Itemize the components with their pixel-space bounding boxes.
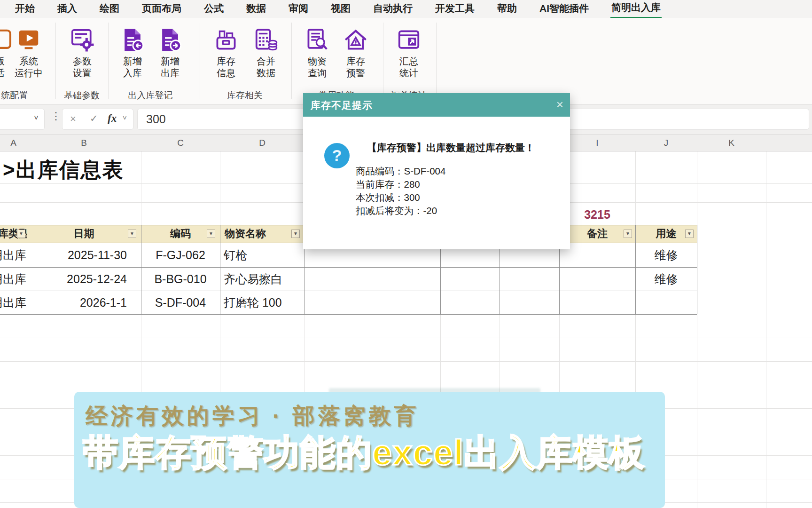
monitor-play-icon [16,27,41,53]
cell-name[interactable]: 齐心易擦白 [220,267,304,291]
cell-date[interactable]: 2025-11-30 [27,243,141,267]
filter-dropdown-icon[interactable]: ▼ [128,230,136,238]
ribbon-divider [200,23,200,99]
banner-subtitle: 经济有效的学习 · 部落窝教育 [86,401,420,431]
ribbon-group-label: 出入库登记 [125,89,176,102]
ribbon-button-label: 参数 [62,56,102,67]
ribbon-button-label: 库存 [336,56,375,67]
gridline [0,338,812,338]
tab-draw[interactable]: 绘图 [99,0,120,18]
tab-help[interactable]: 帮助 [496,0,518,18]
cell-type[interactable]: 领用出库 [0,267,27,291]
cancel-icon[interactable]: × [70,113,76,125]
table-border [0,314,697,315]
ribbon-button-label: 运行中 [9,67,48,79]
formula-controls: × ✓ fx ˅ [62,109,133,130]
cell-date[interactable]: 2025-12-24 [27,267,141,291]
dialog-line-code: 商品编码：S-DF-004 [356,165,445,178]
ribbon-button-label: 查询 [297,67,337,79]
doc-arrow-in-icon [120,27,145,53]
cell-usage[interactable]: 维修 [635,267,697,291]
ribbon-button-label: 新增 [113,56,152,67]
tab-review[interactable]: 审阅 [288,0,309,18]
table-border [697,225,697,314]
column-header-j[interactable]: J [635,135,697,151]
column-header-k[interactable]: K [697,135,766,151]
ribbon: 版 活 系统 运行中 统配置 [0,18,812,104]
total-outbound-value: 3215 [559,205,635,224]
ribbon-button-label: 信息 [206,67,246,79]
close-icon[interactable]: × [556,97,563,112]
column-header-a[interactable]: A [0,135,27,151]
tab-insert[interactable]: 插入 [56,0,78,18]
cell-date[interactable]: 2026-1-1 [27,291,141,314]
ribbon-button-label: 入库 [113,67,152,79]
banner-headline: 带库存预警功能的excel出入库模板 [83,429,645,477]
cell-text: 领用出库 [0,291,26,314]
cell-code[interactable]: S-DF-004 [141,291,220,314]
ribbon-divider [436,23,437,99]
ribbon-button-label: 设置 [62,67,102,79]
formula-value: 300 [146,112,166,126]
stock-warning-dialog: 库存不足提示 × ? 【库存预警】出库数量超过库存数量！ 商品编码：S-DF-0… [303,93,570,249]
chevron-down-icon[interactable]: ˅ [34,113,39,123]
dialog-heading: 【库存预警】出库数量超过库存数量！ [367,141,535,154]
kebab-menu-icon[interactable]: ⋮ [51,110,61,122]
ribbon-button-label: 数据 [246,67,286,79]
cell-code[interactable]: B-BG-010 [141,267,220,291]
window-stats-icon [396,27,422,53]
column-header-i[interactable]: I [559,135,635,151]
filter-dropdown-icon[interactable]: ▼ [207,230,215,238]
cell-type[interactable]: 领用出库 [0,291,27,314]
ribbon-divider [383,23,383,99]
tab-home[interactable]: 开始 [14,0,36,18]
ribbon-button-label: 合并 [246,56,286,67]
gridline [0,361,812,362]
dialog-title-bar[interactable]: 库存不足提示 × [303,93,570,117]
tab-simple-inventory-active[interactable]: 简明出入库 [610,0,662,19]
app-window: 开始 插入 绘图 页面布局 公式 数据 审阅 视图 自动执行 开发工具 帮助 A… [0,0,812,508]
tab-developer[interactable]: 开发工具 [434,0,476,18]
filter-dropdown-icon[interactable]: ▼ [624,230,632,238]
enter-icon[interactable]: ✓ [90,113,98,124]
filter-dropdown-icon[interactable]: ▼ [291,230,300,238]
ribbon-divider [291,23,292,99]
tab-view[interactable]: 视图 [330,0,351,18]
filter-dropdown-icon[interactable]: ▼ [17,230,25,238]
cell-code[interactable]: F-GJ-062 [141,243,220,267]
dialog-line-deduction: 本次扣减：300 [356,191,420,204]
column-header-b[interactable]: B [27,135,141,151]
tab-formulas[interactable]: 公式 [203,0,225,18]
cell-name[interactable]: 钉枪 [220,243,304,267]
cell-usage[interactable]: 维修 [635,243,697,267]
column-header-d[interactable]: D [220,135,304,151]
question-icon: ? [324,143,350,168]
ribbon-button-label: 出库 [150,67,190,79]
ribbon-button-label: 统计 [389,67,429,79]
dialog-line-result: 扣减后将变为：-20 [356,204,437,217]
fx-icon[interactable]: fx [108,112,117,125]
archive-drawer-icon [213,27,239,53]
menu-bar: 开始 插入 绘图 页面布局 公式 数据 审阅 视图 自动执行 开发工具 帮助 A… [0,0,812,18]
ribbon-button-label: 系统 [9,56,48,67]
column-header-c[interactable]: C [141,135,220,151]
template-icon [0,27,13,53]
ribbon-divider [55,23,56,99]
cell-name[interactable]: 打磨轮 100 [220,291,304,314]
calculator-coins-icon [253,27,279,53]
tab-ai-plugin[interactable]: AI智能插件 [539,0,590,18]
tab-page-layout[interactable]: 页面布局 [141,0,182,18]
chevron-down-icon[interactable]: ˅ [123,114,127,122]
name-box[interactable]: ˅ [0,109,45,130]
tab-automate[interactable]: 自动执行 [372,0,414,18]
dialog-title: 库存不足提示 [311,99,373,112]
gridline [0,385,812,385]
gridline [27,151,27,508]
ribbon-button-label: 新增 [150,56,190,67]
table-header-date[interactable]: 日期 [27,225,141,243]
tab-data[interactable]: 数据 [245,0,267,18]
cell-type[interactable]: 领用出库 [0,243,27,267]
house-alert-icon [343,27,368,53]
ribbon-button-label: 预警 [336,67,375,79]
filter-dropdown-icon[interactable]: ▼ [685,230,694,238]
